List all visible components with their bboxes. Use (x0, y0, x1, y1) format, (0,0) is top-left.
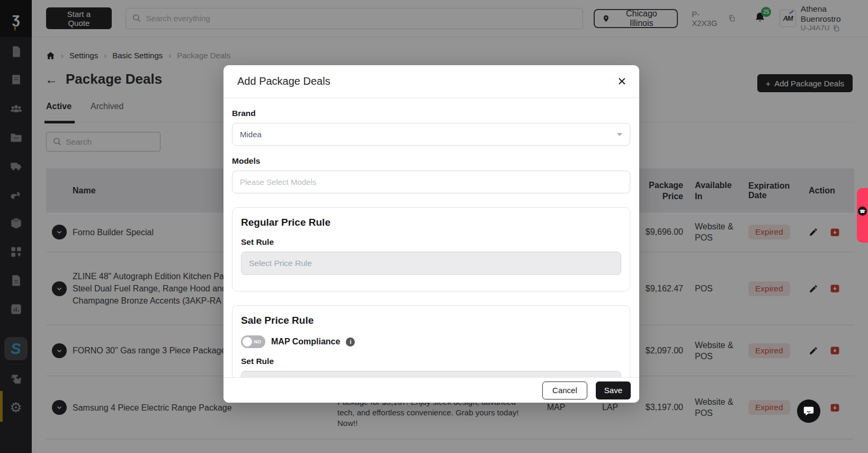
modal-title: Add Package Deals (237, 75, 330, 87)
models-label: Models (232, 156, 630, 166)
map-compliance-row: NO MAP Compliance i (241, 335, 621, 348)
save-button[interactable]: Save (596, 381, 631, 399)
set-rule-label: Set Rule (241, 237, 621, 247)
set-rule-label: Set Rule (241, 357, 621, 366)
brand-label: Brand (232, 109, 630, 118)
add-package-deals-modal: Add Package Deals ✕ Brand Midea Models R… (223, 65, 639, 403)
toggle-knob (243, 337, 252, 347)
regular-price-rule-title: Regular Price Rule (241, 217, 621, 228)
map-compliance-label: MAP Compliance (271, 337, 340, 347)
chat-bubble-icon (803, 405, 815, 417)
sale-price-rule-title: Sale Price Rule (241, 315, 621, 326)
modal-body: Brand Midea Models Regular Price Rule Se… (223, 98, 639, 403)
models-input[interactable] (232, 171, 630, 193)
cancel-button[interactable]: Cancel (542, 381, 587, 399)
toggle-state: NO (254, 339, 262, 344)
chat-widget-button[interactable] (797, 399, 820, 423)
modal-footer: Cancel Save (223, 377, 639, 403)
close-icon[interactable]: ✕ (617, 76, 627, 87)
info-icon[interactable]: i (346, 337, 355, 347)
rule-placeholder: Select Price Rule (249, 259, 312, 268)
brand-select[interactable]: Midea (232, 123, 630, 146)
regular-price-rule-select: Select Price Rule (241, 252, 621, 275)
support-icon: ☎ (858, 207, 867, 216)
map-compliance-toggle[interactable]: NO (241, 335, 265, 348)
brand-value: Midea (240, 130, 262, 139)
modal-header: Add Package Deals ✕ (223, 65, 639, 98)
chevron-down-icon (617, 133, 622, 136)
feedback-side-tab[interactable]: ☎ (857, 188, 868, 243)
regular-price-rule-card: Regular Price Rule Set Rule Select Price… (232, 207, 630, 291)
